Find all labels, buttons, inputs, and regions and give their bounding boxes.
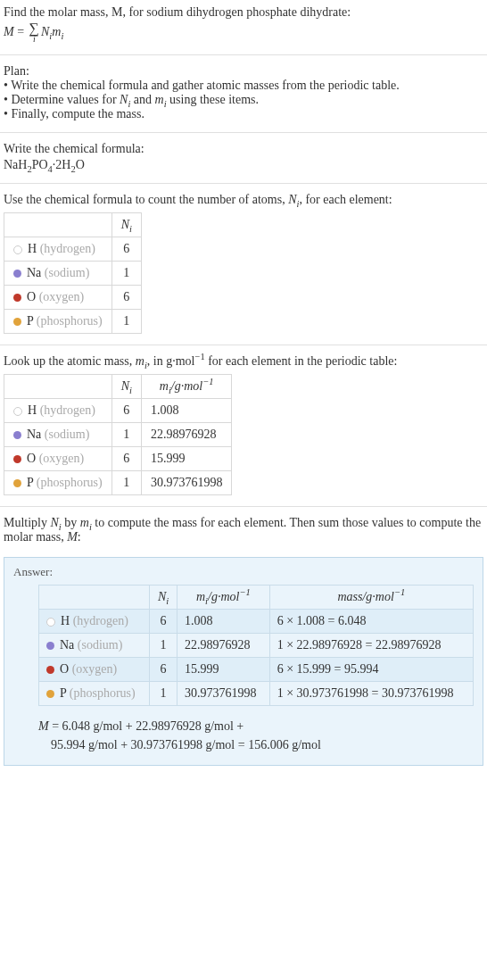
final-equation: M = 6.048 g/mol + 22.98976928 g/mol + 95… (38, 717, 474, 754)
intro-equation: M = ∑iNimi (4, 21, 483, 44)
header-blank (39, 586, 150, 610)
mi-cell: 30.973761998 (177, 682, 270, 706)
table-row: H (hydrogen) 6 1.008 6 × 1.008 = 6.048 (39, 610, 474, 634)
element-symbol: H (28, 242, 37, 255)
ni-cell: 1 (111, 471, 141, 495)
plan-b2-b: and (130, 93, 154, 106)
plan-b2-a: • Determine values for (4, 93, 120, 106)
element-name: (oxygen) (39, 452, 85, 465)
table-row: P (phosphorus) 1 (4, 310, 142, 334)
answer-box: Answer: Ni mi/g·mol−1 mass/g·mol−1 H (hy… (4, 557, 483, 766)
plan-bullet-2: • Determine values for Ni and mi using t… (4, 93, 483, 107)
answer-label: Answer: (13, 565, 474, 579)
count-section: Use the chemical formula to count the nu… (0, 187, 487, 341)
element-cell: Na (sodium) (4, 423, 112, 447)
mi-cell: 1.008 (177, 610, 270, 634)
element-cell: P (phosphorus) (4, 471, 112, 495)
mass-cell: 1 × 30.973761998 = 30.973761998 (269, 682, 473, 706)
header-mi: mi/g·mol−1 (177, 586, 270, 610)
element-dot-icon (46, 666, 54, 674)
mi-cell: 22.98976928 (177, 634, 270, 658)
element-symbol: P (27, 476, 33, 489)
element-symbol: Na (60, 638, 74, 652)
divider (0, 183, 487, 184)
element-symbol: H (61, 614, 70, 627)
table-row: H (hydrogen) 6 1.008 (4, 399, 232, 423)
chemical-formula: NaH2PO4·2H2O (4, 158, 483, 172)
ni-cell: 1 (111, 310, 141, 334)
mi-cell: 15.999 (177, 658, 270, 682)
count-title: Use the chemical formula to count the nu… (4, 193, 483, 207)
eq-rhs: Nimi (41, 25, 63, 38)
element-name: (phosphorus) (37, 476, 103, 489)
ni-cell: 1 (149, 682, 177, 706)
mass-table: Ni mi/g·mol−1 H (hydrogen) 6 1.008 Na (s… (4, 374, 232, 495)
element-cell: P (phosphorus) (4, 310, 112, 334)
element-symbol: O (27, 452, 36, 465)
element-name: (hydrogen) (73, 614, 128, 627)
ni-cell: 6 (111, 237, 141, 262)
table-header-row: Ni (4, 213, 142, 237)
element-name: (sodium) (78, 638, 123, 652)
header-mass: mass/g·mol−1 (269, 586, 473, 610)
compute-b: by (62, 516, 80, 529)
intro-text: Find the molar mass, M, for sodium dihyd… (4, 5, 483, 20)
element-cell: O (oxygen) (4, 286, 112, 310)
mi-cell: 1.008 (141, 399, 232, 423)
mass-title-mi: mi (136, 354, 147, 368)
element-dot-icon (13, 455, 21, 463)
table-row: P (phosphorus) 1 30.973761998 1 × 30.973… (39, 682, 474, 706)
element-dot-icon (13, 479, 21, 487)
compute-d: : (78, 530, 81, 544)
mass-cell: 6 × 1.008 = 6.048 (269, 610, 473, 634)
element-dot-icon (46, 618, 55, 627)
intro-section: Find the molar mass, M, for sodium dihyd… (0, 0, 487, 51)
header-mi: mi/g·mol−1 (141, 375, 232, 399)
plan-bullet-3: • Finally, compute the mass. (4, 107, 483, 121)
element-cell: O (oxygen) (39, 658, 150, 682)
element-dot-icon (46, 642, 54, 650)
table-row: O (oxygen) 6 (4, 286, 142, 310)
mi-cell: 15.999 (141, 447, 232, 471)
count-table: Ni H (hydrogen) 6 Na (sodium) 1 O (oxyge… (4, 212, 142, 334)
plan-b2-c: using these items. (167, 93, 259, 106)
element-cell: P (phosphorus) (39, 682, 150, 706)
eq-lhs: M (4, 25, 14, 38)
element-dot-icon (13, 245, 22, 254)
element-symbol: Na (27, 266, 41, 279)
element-symbol: P (27, 314, 33, 328)
element-name: (oxygen) (39, 290, 85, 303)
element-cell: H (hydrogen) (4, 399, 112, 423)
element-name: (sodium) (45, 428, 90, 441)
element-cell: O (oxygen) (4, 447, 112, 471)
header-blank (4, 375, 112, 399)
header-ni: Ni (149, 586, 177, 610)
count-title-ni: Ni (288, 193, 299, 206)
mass-section: Look up the atomic mass, mi, in g·mol−1 … (0, 349, 487, 502)
element-name: (phosphorus) (37, 314, 103, 328)
mi-cell: 22.98976928 (141, 423, 232, 447)
element-dot-icon (46, 690, 54, 698)
table-row: O (oxygen) 6 15.999 6 × 15.999 = 95.994 (39, 658, 474, 682)
mass-title-b: , in g·mol (147, 354, 195, 368)
table-row: Na (sodium) 1 22.98976928 (4, 423, 232, 447)
element-name: (hydrogen) (40, 242, 95, 255)
divider (0, 132, 487, 133)
divider (0, 345, 487, 345)
element-dot-icon (13, 407, 22, 416)
ni-cell: 6 (111, 286, 141, 310)
ni-cell: 6 (111, 399, 141, 423)
compute-ni: Ni (51, 516, 62, 529)
header-blank (4, 213, 112, 237)
element-cell: H (hydrogen) (4, 237, 112, 262)
element-symbol: Na (27, 428, 41, 441)
divider (0, 54, 487, 55)
element-dot-icon (13, 431, 21, 439)
count-title-b: , for each element: (299, 193, 392, 206)
ni-cell: 6 (149, 610, 177, 634)
element-symbol: O (60, 662, 69, 676)
sigma-icon: ∑i (29, 21, 39, 44)
sigma-index: i (29, 35, 39, 44)
element-symbol: O (27, 290, 36, 303)
element-cell: Na (sodium) (39, 634, 150, 658)
